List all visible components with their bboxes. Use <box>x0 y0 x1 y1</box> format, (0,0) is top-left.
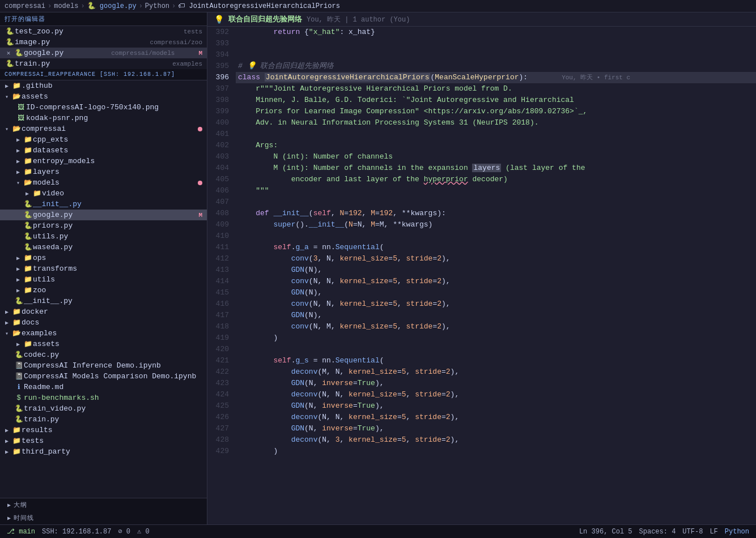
line-number: 399 <box>212 106 229 117</box>
tree-run-benchmarks[interactable]: $ run-benchmarks.sh <box>0 392 207 403</box>
code-line[interactable] <box>236 344 756 355</box>
code-editor[interactable]: 3923933943953963973983994004014024034044… <box>207 27 756 524</box>
tree-entropy-models[interactable]: ▶ 📁 entropy_models <box>0 156 207 166</box>
line-number: 403 <box>212 151 229 163</box>
code-line[interactable]: class JointAutoregressiveHierarchicalPri… <box>236 72 756 83</box>
git-branch[interactable]: ⎇ main <box>7 527 35 536</box>
tree-waseda-py[interactable]: 🐍 waseda.py <box>0 242 207 253</box>
tree-results[interactable]: ▶ 📁 results <box>0 425 207 435</box>
tree-examples[interactable]: ▾ 📂 examples <box>0 328 207 339</box>
code-line[interactable]: Priors for Learned Image Compression" <h… <box>236 106 756 117</box>
tree-logo[interactable]: 🖼 ID-compressAI-logo-750x140.png <box>0 102 207 113</box>
tree-kodak[interactable]: 🖼 kodak-psnr.png <box>0 113 207 123</box>
code-line[interactable]: Minnen, J. Balle, G.D. Toderici: `"Joint… <box>236 95 756 106</box>
tree-readme[interactable]: ℹ Readme.md <box>0 382 207 392</box>
line-number: 401 <box>212 129 229 140</box>
outline-section[interactable]: ▶ 大纲 <box>0 498 207 511</box>
tree-utils-py[interactable]: 🐍 utils.py <box>0 231 207 242</box>
tree-train[interactable]: 🐍 train.py <box>0 414 207 425</box>
tree-video[interactable]: ▶ 📁 video <box>0 188 207 199</box>
code-line[interactable]: """ <box>236 185 756 197</box>
tree-codec-py[interactable]: 🐍 codec.py <box>0 349 207 360</box>
tree-zoo[interactable]: ▶ 📁 zoo <box>0 285 207 296</box>
open-file-google[interactable]: ✕ 🐍 google.py compressai/models M <box>0 48 207 58</box>
code-line[interactable]: Args: <box>236 140 756 151</box>
code-line[interactable]: return {"x_hat": x_hat} <box>236 27 756 38</box>
tree-compressai[interactable]: ▾ 📂 compressai <box>0 123 207 134</box>
code-line[interactable]: GDN(N, inverse=True), <box>236 400 756 412</box>
code-line[interactable]: GDN(N), <box>236 287 756 298</box>
close-icon[interactable]: ✕ <box>5 49 12 57</box>
open-file-image[interactable]: 🐍 image.py compressai/zoo <box>0 37 207 48</box>
code-line[interactable]: conv(N, M, kernel_size=5, stride=2), <box>236 321 756 332</box>
error-count[interactable]: ⊘ 0 <box>118 527 130 536</box>
tree-transforms[interactable]: ▶ 📁 transforms <box>0 263 207 274</box>
code-line[interactable]: deconv(M, N, kernel_size=5, stride=2), <box>236 366 756 378</box>
code-line[interactable] <box>236 49 756 61</box>
code-line[interactable]: deconv(N, N, kernel_size=5, stride=2), <box>236 389 756 400</box>
language-mode[interactable]: Python <box>725 528 749 536</box>
code-line[interactable]: ) <box>236 332 756 344</box>
warning-count[interactable]: ⚠ 0 <box>137 527 150 536</box>
tree-layers[interactable]: ▶ 📁 layers <box>0 166 207 177</box>
tree-models[interactable]: ▾ 📂 models <box>0 177 207 188</box>
tree-google-py[interactable]: 🐍 google.py M <box>0 210 207 220</box>
open-file-test-zoo[interactable]: 🐍 test_zoo.py tests <box>0 26 207 37</box>
tree-docker[interactable]: ▶ 📁 docker <box>0 306 207 317</box>
code-line[interactable]: GDN(N, inverse=True), <box>236 423 756 434</box>
breadcrumb-compressai[interactable]: compressai <box>5 2 45 10</box>
file-tree[interactable]: ▶ 📁 .github ▾ 📂 assets 🖼 ID-compressAI-l… <box>0 80 207 498</box>
tree-docs[interactable]: ▶ 📁 docs <box>0 317 207 328</box>
code-line[interactable]: super().__init__(N=N, M=M, **kwargs) <box>236 219 756 230</box>
code-line[interactable]: GDN(N), <box>236 264 756 276</box>
breadcrumb-file[interactable]: 🐍 google.py <box>87 2 137 10</box>
py-icon: 🐍 <box>14 415 24 424</box>
line-number: 424 <box>212 389 229 400</box>
code-line[interactable]: GDN(N, inverse=True), <box>236 378 756 389</box>
code-line[interactable]: ) <box>236 446 756 457</box>
tree-tests[interactable]: ▶ 📁 tests <box>0 435 207 446</box>
tree-third-party[interactable]: ▶ 📁 third_party <box>0 446 207 457</box>
code-line[interactable]: r"""Joint Autoregressive Hierarchical Pr… <box>236 83 756 95</box>
tree-compressai-init[interactable]: 🐍 __init__.py <box>0 296 207 306</box>
code-line[interactable]: conv(N, N, kernel_size=5, stride=2), <box>236 276 756 287</box>
code-line[interactable]: deconv(N, N, kernel_size=5, stride=2), <box>236 412 756 423</box>
code-line[interactable] <box>236 129 756 140</box>
code-line[interactable]: encoder and last layer of the hyperprior… <box>236 174 756 185</box>
open-file-train[interactable]: 🐍 train.py examples <box>0 58 207 69</box>
line-number: 415 <box>212 287 229 298</box>
code-line[interactable]: self.g_a = nn.Sequential( <box>236 242 756 253</box>
code-line[interactable]: # 💡 联合自回归超先验网络 <box>236 61 756 72</box>
tree-datasets[interactable]: ▶ 📁 datasets <box>0 145 207 156</box>
code-line[interactable] <box>236 197 756 208</box>
timeline-section[interactable]: ▶ 时间线 <box>0 511 207 524</box>
tree-utils[interactable]: ▶ 📁 utils <box>0 274 207 285</box>
code-line[interactable]: M (int): Number of channels in the expan… <box>236 163 756 174</box>
code-line[interactable]: conv(3, N, kernel_size=5, stride=2), <box>236 253 756 264</box>
tree-inference-demo[interactable]: 📓 CompressAI Inference Demo.ipynb <box>0 360 207 371</box>
code-line[interactable]: Adv. in Neural Information Processing Sy… <box>236 117 756 129</box>
file-label: test_zoo.py <box>15 27 184 36</box>
collapse-icon: ▶ <box>2 438 11 445</box>
tree-ex-assets[interactable]: ▶ 📁 assets <box>0 339 207 349</box>
tree-priors-py[interactable]: 🐍 priors.py <box>0 220 207 231</box>
code-line[interactable]: def __init__(self, N=192, M=192, **kwarg… <box>236 208 756 219</box>
tree-train-video[interactable]: 🐍 train_video.py <box>0 403 207 414</box>
code-line[interactable]: self.g_s = nn.Sequential( <box>236 355 756 366</box>
open-editors-list: 🐍 test_zoo.py tests 🐍 image.py compressa… <box>0 26 207 69</box>
tree-github[interactable]: ▶ 📁 .github <box>0 80 207 91</box>
tree-models-demo[interactable]: 📓 CompressAI Models Comparison Demo.ipyn… <box>0 371 207 382</box>
code-line[interactable] <box>236 38 756 49</box>
code-line[interactable]: GDN(N), <box>236 310 756 321</box>
line-number: 429 <box>212 446 229 457</box>
breadcrumb-models[interactable]: models <box>54 2 78 10</box>
tree-ops[interactable]: ▶ 📁 ops <box>0 253 207 263</box>
line-number: 411 <box>212 242 229 253</box>
tree-assets[interactable]: ▾ 📂 assets <box>0 91 207 102</box>
code-line[interactable]: conv(N, N, kernel_size=5, stride=2), <box>236 298 756 310</box>
code-line[interactable]: N (int): Number of channels <box>236 151 756 163</box>
code-line[interactable] <box>236 230 756 242</box>
tree-init-py[interactable]: 🐍 __init__.py <box>0 199 207 210</box>
code-line[interactable]: deconv(N, 3, kernel_size=5, stride=2), <box>236 434 756 446</box>
tree-cpp-exts[interactable]: ▶ 📁 cpp_exts <box>0 134 207 145</box>
